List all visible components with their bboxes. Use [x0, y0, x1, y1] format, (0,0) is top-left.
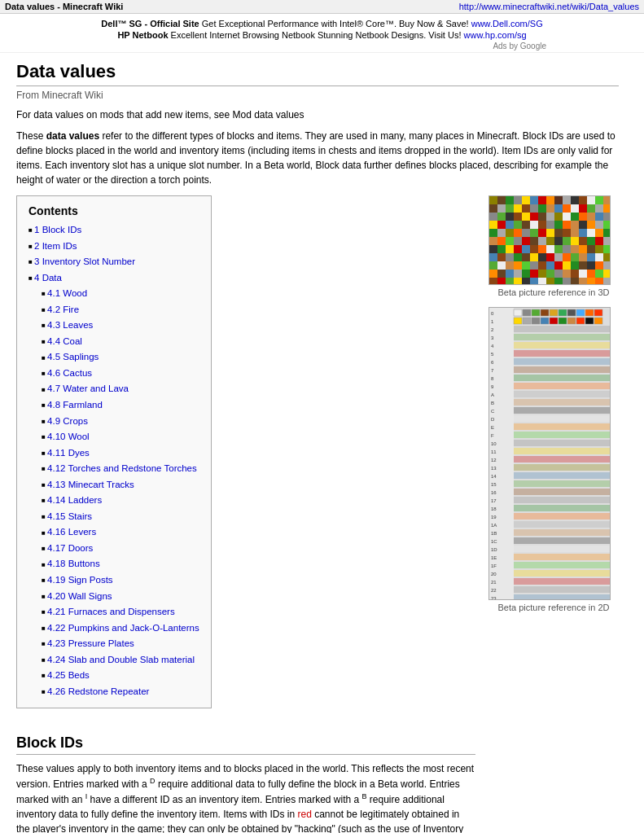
- toc-item-4-6[interactable]: 4.6 Cactus: [28, 366, 199, 382]
- svg-rect-161: [579, 278, 587, 285]
- svg-rect-253: [514, 554, 611, 560]
- svg-rect-236: [514, 415, 611, 422]
- ad-text-2: Excellent Internet Browsing Netbook Stun…: [171, 30, 464, 40]
- svg-rect-32: [506, 213, 514, 221]
- svg-rect-94: [522, 245, 530, 253]
- svg-rect-169: [514, 309, 522, 316]
- svg-rect-80: [530, 237, 538, 245]
- svg-rect-7: [546, 196, 554, 204]
- toc-item-2[interactable]: 2 Item IDs: [28, 239, 199, 255]
- toc-item-4-12[interactable]: 4.12 Torches and Redstone Torches: [28, 461, 199, 477]
- toc-item-4-17[interactable]: 4.17 Doors: [28, 541, 199, 557]
- svg-text:11: 11: [491, 449, 497, 454]
- svg-rect-109: [522, 253, 530, 261]
- svg-rect-246: [514, 497, 611, 503]
- toc-item-4-25[interactable]: 4.25 Beds: [28, 668, 199, 684]
- svg-rect-111: [538, 253, 546, 261]
- svg-text:20: 20: [491, 572, 497, 577]
- ref-3d-caption: Beta picture reference in 3D: [488, 287, 619, 297]
- address-bar[interactable]: http://www.minecraftwiki.net/wiki/Data_v…: [459, 2, 639, 11]
- toc-item-4-22[interactable]: 4.22 Pumpkins and Jack-O-Lanterns: [28, 620, 199, 637]
- toc-item-4-16[interactable]: 4.16 Levers: [28, 524, 199, 541]
- svg-rect-99: [563, 245, 571, 253]
- toc-item-4-13[interactable]: 4.13 Minecart Tracks: [28, 477, 199, 493]
- svg-rect-155: [530, 278, 538, 285]
- toc-item-4-8[interactable]: 4.8 Farmland: [28, 397, 199, 414]
- svg-rect-31: [497, 213, 506, 221]
- toc-item-4-23[interactable]: 4.23 Pressure Plates: [28, 636, 199, 652]
- svg-rect-76: [497, 237, 506, 245]
- toc-item-4-20[interactable]: 4.20 Wall Signs: [28, 589, 199, 605]
- ad-brand-1[interactable]: Dell™ SG - Official Site: [101, 19, 199, 28]
- toc-item-1[interactable]: 1 Block IDs: [28, 222, 199, 239]
- svg-rect-56: [579, 221, 587, 229]
- svg-rect-81: [538, 237, 546, 245]
- svg-rect-245: [514, 489, 611, 495]
- svg-rect-101: [579, 245, 587, 253]
- svg-rect-96: [538, 245, 546, 253]
- toc-item-4-21[interactable]: 4.21 Furnaces and Dispensers: [28, 604, 199, 620]
- main-layout: Contents 1 Block IDs 2 Item IDs 3 Invent…: [16, 195, 619, 833]
- toc-item-4-9[interactable]: 4.9 Crops: [28, 414, 199, 430]
- svg-rect-130: [571, 261, 579, 270]
- svg-rect-4: [522, 196, 530, 204]
- toc-item-3[interactable]: 3 Inventory Slot Number: [28, 254, 199, 270]
- svg-rect-26: [579, 204, 587, 213]
- svg-rect-5: [530, 196, 538, 204]
- toc-item-4-3[interactable]: 4.3 Leaves: [28, 318, 199, 334]
- svg-text:17: 17: [491, 498, 497, 503]
- toc-item-4-15[interactable]: 4.15 Stairs: [28, 509, 199, 525]
- svg-rect-100: [571, 245, 579, 253]
- svg-rect-28: [595, 204, 603, 213]
- svg-rect-139: [522, 270, 530, 278]
- svg-rect-23: [554, 204, 563, 213]
- toc-item-4-24[interactable]: 4.24 Slab and Double Slab material: [28, 652, 199, 669]
- svg-rect-50: [530, 221, 538, 229]
- svg-rect-79: [522, 237, 530, 245]
- toc-item-4-11[interactable]: 4.11 Dyes: [28, 445, 199, 462]
- svg-rect-102: [587, 245, 595, 253]
- svg-rect-82: [546, 237, 554, 245]
- toc-item-4[interactable]: 4 Data: [28, 270, 199, 287]
- toc-item-4-14[interactable]: 4.14 Ladders: [28, 493, 199, 509]
- browser-bar: Data values - Minecraft Wiki http://www.…: [0, 0, 644, 14]
- ref-image-3d-box: Beta picture reference in 3D: [488, 195, 619, 297]
- svg-rect-170: [523, 309, 531, 316]
- ad-link-1[interactable]: www.Dell.com/SG: [471, 19, 543, 28]
- toc-item-4-2[interactable]: 4.2 Fire: [28, 302, 199, 318]
- svg-rect-83: [554, 237, 563, 245]
- svg-rect-33: [514, 213, 522, 221]
- svg-rect-252: [514, 546, 611, 552]
- svg-rect-57: [587, 221, 595, 229]
- toc-item-4-1[interactable]: 4.1 Wood: [28, 286, 199, 302]
- ad-brand-2[interactable]: HP Netbook: [117, 30, 168, 40]
- ad-link-2[interactable]: www.hp.com/sg: [464, 30, 527, 40]
- toc-item-4-7[interactable]: 4.7 Water and Lava: [28, 381, 199, 397]
- svg-rect-71: [579, 229, 587, 237]
- svg-rect-140: [530, 270, 538, 278]
- toc-item-4-4[interactable]: 4.4 Coal: [28, 334, 199, 350]
- svg-rect-72: [587, 229, 595, 237]
- svg-rect-131: [579, 261, 587, 270]
- page-title: Data values: [16, 61, 619, 86]
- ref-2d-caption: Beta picture reference in 2D: [488, 603, 619, 612]
- svg-rect-74: [603, 229, 611, 237]
- svg-rect-43: [595, 213, 603, 221]
- toc-item-4-19[interactable]: 4.19 Sign Posts: [28, 572, 199, 589]
- svg-rect-66: [538, 229, 546, 237]
- toc-item-4-18[interactable]: 4.18 Buttons: [28, 556, 199, 572]
- svg-rect-75: [489, 237, 497, 245]
- svg-rect-46: [497, 221, 506, 229]
- toc-item-4-5[interactable]: 4.5 Saplings: [28, 349, 199, 366]
- toc-item-4-10[interactable]: 4.10 Wool: [28, 429, 199, 445]
- svg-rect-77: [506, 237, 514, 245]
- toc-title: Contents: [28, 204, 199, 217]
- svg-rect-159: [563, 278, 571, 285]
- svg-rect-242: [514, 464, 611, 471]
- svg-rect-73: [595, 229, 603, 237]
- svg-rect-87: [587, 237, 595, 245]
- toc-item-4-26[interactable]: 4.26 Redstone Repeater: [28, 684, 199, 700]
- svg-rect-106: [497, 253, 506, 261]
- svg-rect-143: [554, 270, 563, 278]
- svg-rect-176: [576, 309, 585, 316]
